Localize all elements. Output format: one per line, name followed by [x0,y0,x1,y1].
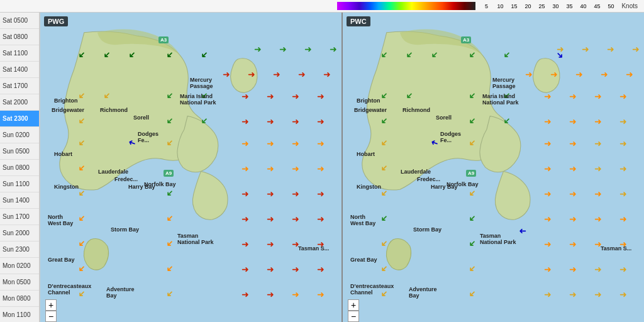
legend-bar: 5 10 15 20 25 30 35 40 45 50 Knots [0,0,644,13]
legend-label: 25 [535,3,548,9]
zoom-in-button-2[interactable]: + [348,299,359,311]
legend-label: 5 [479,3,493,9]
time-item-sat0800[interactable]: Sat 0800 [0,29,39,45]
time-item-mon0800[interactable]: Mon 0800 [0,291,39,307]
road-badge-a9: A9 [164,170,174,177]
legend-knots-label: Knots [621,3,638,9]
legend-label: 50 [604,3,618,9]
maps-container: PWG [40,13,644,322]
map-svg-1 [40,13,341,322]
time-item-sun1100[interactable]: Sun 1100 [0,176,39,192]
road-badge-a3-2: A3 [461,36,471,43]
legend-label: 40 [576,3,590,9]
time-item-sat1400[interactable]: Sat 1400 [0,62,39,78]
zoom-out-button-1[interactable]: − [45,311,57,322]
legend-labels: 5 10 15 20 25 30 35 40 45 50 [479,3,618,9]
time-item-sat0500[interactable]: Sat 0500 [0,13,39,29]
legend-label: 30 [548,3,562,9]
content-area: Sat 0500 Sat 0800 Sat 1100 Sat 1400 Sat … [0,13,644,322]
zoom-controls-1: + − [45,299,57,322]
time-sidebar: Sat 0500 Sat 0800 Sat 1100 Sat 1400 Sat … [0,13,40,322]
legend-label: 45 [590,3,604,9]
map-panel-1: PWG [40,13,341,322]
time-item-sun1700[interactable]: Sun 1700 [0,209,39,225]
gradient-box [337,2,475,10]
map-badge-1: PWG [44,16,68,26]
zoom-in-button-1[interactable]: + [45,299,57,311]
legend-label: 10 [493,3,507,9]
legend-label: 35 [562,3,576,9]
legend-label: 20 [521,3,535,9]
time-item-mon0500[interactable]: Mon 0500 [0,274,39,291]
legend-gradient: 5 10 15 20 25 30 35 40 45 50 Knots [337,2,638,10]
time-item-sat2000[interactable]: Sat 2000 [0,94,39,111]
time-item-sat1100[interactable]: Sat 1100 [0,45,39,62]
time-item-sun0500[interactable]: Sun 0500 [0,143,39,160]
time-item-mon0200[interactable]: Mon 0200 [0,258,39,274]
map-panel-2: PWC Brighton Bridgewater Richmond Sorell… [341,13,644,322]
time-item-sun0200[interactable]: Sun 0200 [0,127,39,143]
time-item-sun2300[interactable]: Sun 2300 [0,242,39,258]
main-container: 5 10 15 20 25 30 35 40 45 50 Knots Sat 0… [0,0,644,322]
time-item-mon1100[interactable]: Mon 1100 [0,307,39,322]
map-badge-2: PWC [347,16,370,26]
time-item-sat1700[interactable]: Sat 1700 [0,78,39,94]
road-badge-a3: A3 [158,36,169,43]
map-svg-2 [343,13,644,322]
road-badge-a9-2: A9 [466,170,476,177]
time-item-sun0800[interactable]: Sun 0800 [0,160,39,176]
time-item-sat2300[interactable]: Sat 2300 [0,111,39,127]
time-item-sun1400[interactable]: Sun 1400 [0,192,39,209]
legend-label: 15 [507,3,521,9]
time-item-sun2000[interactable]: Sun 2000 [0,225,39,242]
zoom-out-button-2[interactable]: − [348,311,359,322]
zoom-controls-2: + − [348,299,359,322]
